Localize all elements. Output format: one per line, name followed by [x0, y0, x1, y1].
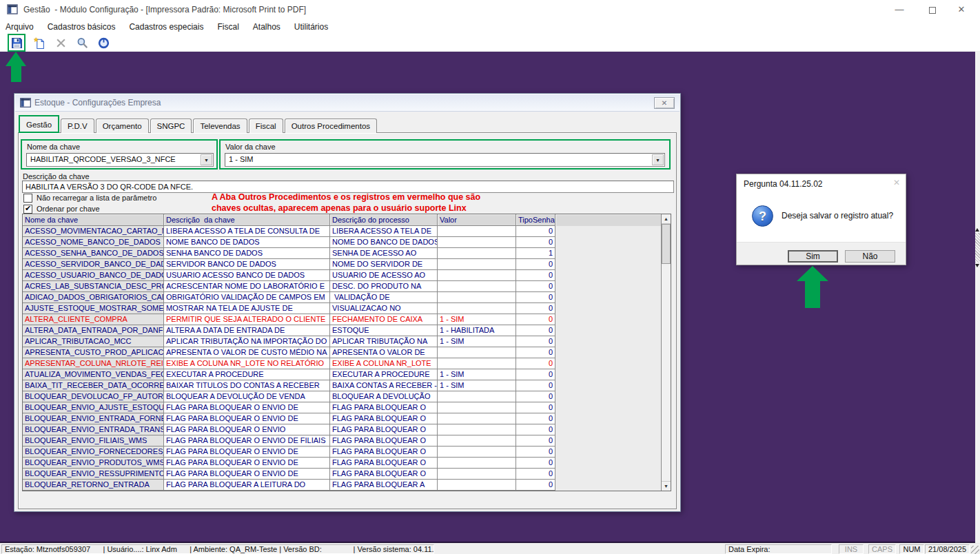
- table-cell[interactable]: BLOQUEAR_ENVIO_PRODUTOS_WMS: [23, 458, 164, 469]
- table-cell[interactable]: 0: [516, 281, 555, 292]
- table-cell[interactable]: SENHA DE ACESSO AO: [330, 248, 438, 259]
- resize-grip[interactable]: [971, 546, 979, 554]
- column-header-valor[interactable]: Valor: [438, 214, 516, 226]
- scroll-up-icon[interactable]: ▲: [662, 214, 671, 224]
- table-row[interactable]: BLOQUEAR_RETORNO_ENTRADAFLAG PARA BLOQUE…: [23, 480, 662, 491]
- table-cell[interactable]: FLAG PARA BLOQUEAR O ENVIO DE FILIAIS: [164, 435, 330, 447]
- new-record-button[interactable]: [32, 35, 47, 50]
- table-cell[interactable]: [438, 281, 516, 292]
- table-cell[interactable]: ESTOQUE: [330, 325, 438, 336]
- table-cell[interactable]: BLOQUEAR_ENVIO_FILIAIS_WMS: [23, 435, 164, 447]
- tab-fiscal[interactable]: Fiscal: [249, 119, 283, 133]
- msgbox-close-button[interactable]: ✕: [893, 178, 900, 187]
- column-header-tiposenha[interactable]: TipoSenha: [516, 214, 555, 226]
- menu-item-cadastros-basicos[interactable]: Cadastros básicos: [41, 22, 123, 32]
- power-button[interactable]: [96, 35, 111, 50]
- table-cell[interactable]: [438, 469, 516, 480]
- table-cell[interactable]: 0: [516, 270, 555, 281]
- table-cell[interactable]: [438, 458, 516, 469]
- table-cell[interactable]: 0: [516, 347, 555, 358]
- close-button[interactable]: ✕: [950, 0, 973, 19]
- table-cell[interactable]: MOSTRAR NA TELA DE AJUSTE DE: [164, 303, 330, 314]
- table-row[interactable]: ACESSO_USUARIO_BANCO_DE_DADOUSUARIO ACES…: [23, 270, 662, 281]
- mdi-scrollbar[interactable]: [975, 52, 980, 543]
- table-cell[interactable]: BLOQUEAR A DEVOLUÇÃO DE VENDA: [164, 391, 330, 402]
- column-header-nome-da-chave[interactable]: Nome da chave: [23, 214, 164, 226]
- table-cell[interactable]: BLOQUEAR A DEVOLUÇÃO: [330, 391, 438, 402]
- table-cell[interactable]: AJUSTE_ESTOQUE_MOSTRAR_SOME: [23, 303, 164, 314]
- table-cell[interactable]: BLOQUEAR_ENVIO_FORNECEDORES_: [23, 447, 164, 458]
- tab-p-d-v[interactable]: P.D.V: [61, 119, 94, 133]
- table-cell[interactable]: 0: [516, 226, 555, 237]
- table-cell[interactable]: VALIDAÇÃO DE: [330, 292, 438, 303]
- table-row[interactable]: ACESSO_SERVIDOR_BANCO_DE_DADSERVIDOR BAN…: [23, 259, 662, 270]
- table-row[interactable]: BLOQUEAR_ENVIO_ENTRADA_TRANSFLAG PARA BL…: [23, 424, 662, 435]
- column-header-descricao-do-processo[interactable]: Descrição do processo: [330, 214, 438, 226]
- table-cell[interactable]: 1 - SIM: [438, 369, 516, 380]
- table-cell[interactable]: FLAG PARA BLOQUEAR O: [330, 413, 438, 424]
- table-cell[interactable]: ACESSO_MOVIMENTACAO_CARTAO_N: [23, 226, 164, 237]
- ordenar-por-chave-checkbox[interactable]: [23, 205, 32, 214]
- table-cell[interactable]: APLICAR TRIBUTAÇÃO NA: [330, 336, 438, 347]
- table-cell[interactable]: FLAG PARA BLOQUEAR A LEITURA DO: [164, 480, 330, 491]
- table-cell[interactable]: APRESENTA O VALOR DE CUSTO MÉDIO NA: [164, 347, 330, 358]
- nao-recarregar-checkbox-row[interactable]: Não recarregar a lista de parâmetro: [23, 193, 156, 203]
- table-cell[interactable]: [438, 358, 516, 369]
- save-button[interactable]: [9, 35, 24, 50]
- menu-item-utilitarios[interactable]: Utilitários: [287, 22, 335, 32]
- table-cell[interactable]: ACESSO_USUARIO_BANCO_DE_DADO: [23, 270, 164, 281]
- table-cell[interactable]: DESC. DO PRODUTO NA: [330, 281, 438, 292]
- table-cell[interactable]: 1 - SIM: [438, 336, 516, 347]
- table-cell[interactable]: ATUALIZA_MOVIMENTO_VENDAS_FEC: [23, 369, 164, 380]
- table-cell[interactable]: ADICAO_DADOS_OBRIGATORIOS_CAD: [23, 292, 164, 303]
- table-cell[interactable]: OBRIGATÓRIO VALIDAÇÃO DE CAMPOS EM: [164, 292, 330, 303]
- table-row[interactable]: ACESSO_SENHA_BANCO_DE_DADOSSENHA BANCO D…: [23, 248, 662, 259]
- table-cell[interactable]: [438, 391, 516, 402]
- table-cell[interactable]: USUARIO DE ACESSO AO: [330, 270, 438, 281]
- table-cell[interactable]: [438, 402, 516, 413]
- table-cell[interactable]: 0: [516, 413, 555, 424]
- table-cell[interactable]: BLOQUEAR_ENVIO_ENTRADA_TRANS: [23, 424, 164, 435]
- sim-button[interactable]: Sim: [788, 250, 838, 263]
- scroll-down-icon[interactable]: ▼: [662, 481, 671, 491]
- maximize-button[interactable]: [921, 0, 944, 19]
- table-cell[interactable]: [438, 292, 516, 303]
- table-cell[interactable]: 0: [516, 369, 555, 380]
- tab-televendas[interactable]: Televendas: [193, 119, 247, 133]
- menu-item-atalhos[interactable]: Atalhos: [246, 22, 287, 32]
- table-cell[interactable]: ACESSO_NOME_BANCO_DE_DADOS: [23, 237, 164, 248]
- table-cell[interactable]: PERMITIR QUE SEJA ALTERADO O CLIENTE: [164, 314, 330, 325]
- dialog-titlebar[interactable]: Estoque - Configurações Empresa ✕: [15, 94, 680, 112]
- table-row[interactable]: ATUALIZA_MOVIMENTO_VENDAS_FECEXECUTAR A …: [23, 369, 662, 380]
- table-cell[interactable]: EXIBE A COLUNA NR_LOTE NO RELATÓRIO: [164, 358, 330, 369]
- tab-outros-procedimentos[interactable]: Outros Procedimentos: [285, 119, 377, 133]
- table-cell[interactable]: ALTERA_CLIENTE_COMPRA: [23, 314, 164, 325]
- nome-da-chave-dropdown-button[interactable]: ▼: [201, 154, 212, 165]
- table-cell[interactable]: APLICAR_TRIBUTACAO_MCC: [23, 336, 164, 347]
- table-cell[interactable]: SERVIDOR BANCO DE DADOS: [164, 259, 330, 270]
- table-cell[interactable]: 0: [516, 469, 555, 480]
- tab-sngpc[interactable]: SNGPC: [150, 119, 192, 133]
- table-cell[interactable]: FLAG PARA BLOQUEAR O: [330, 458, 438, 469]
- table-cell[interactable]: 0: [516, 237, 555, 248]
- table-row[interactable]: ADICAO_DADOS_OBRIGATORIOS_CADOBRIGATÓRIO…: [23, 292, 662, 303]
- table-cell[interactable]: 0: [516, 402, 555, 413]
- table-cell[interactable]: 0: [516, 480, 555, 491]
- table-cell[interactable]: 0: [516, 358, 555, 369]
- nao-button[interactable]: Não: [845, 250, 895, 263]
- table-cell[interactable]: [438, 270, 516, 281]
- table-cell[interactable]: FLAG PARA BLOQUEAR O: [330, 424, 438, 435]
- delete-button[interactable]: [53, 35, 68, 50]
- valor-da-chave-dropdown-button[interactable]: ▼: [652, 154, 664, 165]
- table-row[interactable]: ALTERA_CLIENTE_COMPRAPERMITIR QUE SEJA A…: [23, 314, 662, 325]
- table-cell[interactable]: 0: [516, 380, 555, 391]
- table-cell[interactable]: LIBERA ACESSO A TELA DE CONSULTA DE: [164, 226, 330, 237]
- table-cell[interactable]: 1 - HABILITADA: [438, 325, 516, 336]
- table-cell[interactable]: BAIXA CONTAS A RECEBER -: [330, 380, 438, 391]
- table-cell[interactable]: FLAG PARA BLOQUEAR O ENVIO DE: [164, 402, 330, 413]
- table-cell[interactable]: 1 - SIM: [438, 314, 516, 325]
- menu-item-fiscal[interactable]: Fiscal: [210, 22, 245, 32]
- table-cell[interactable]: 0: [516, 424, 555, 435]
- table-cell[interactable]: FECHAMENTO DE CAIXA: [330, 314, 438, 325]
- table-cell[interactable]: 1: [516, 248, 555, 259]
